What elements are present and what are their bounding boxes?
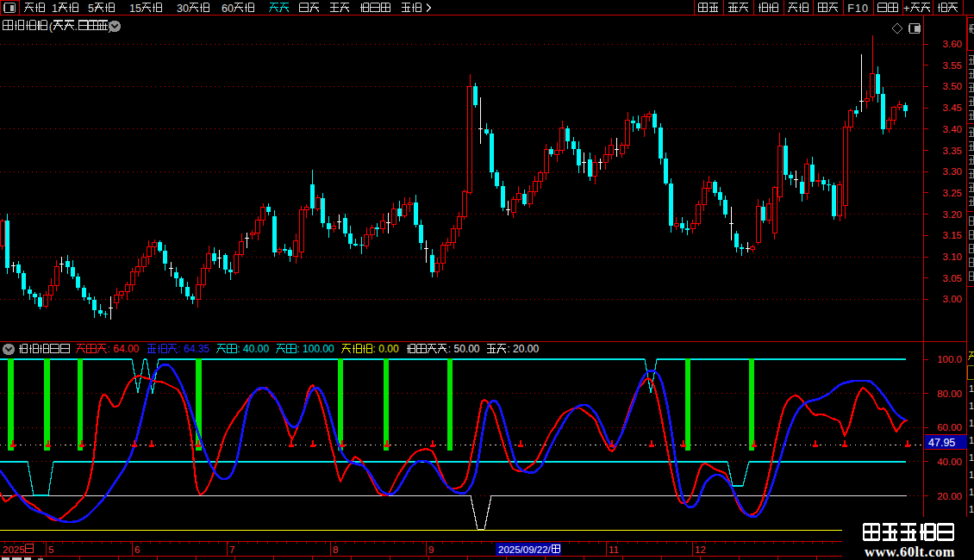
svg-text:3.60: 3.60 xyxy=(943,39,962,49)
svg-text:1: 1 xyxy=(969,418,974,428)
svg-text:3.40: 3.40 xyxy=(943,124,962,134)
svg-text:40.00: 40.00 xyxy=(937,457,962,467)
svg-text:9: 9 xyxy=(428,544,434,555)
svg-text:3.15: 3.15 xyxy=(943,230,962,240)
svg-text:3.05: 3.05 xyxy=(943,273,962,283)
svg-text:3.25: 3.25 xyxy=(943,188,962,198)
svg-text:60.00: 60.00 xyxy=(937,422,962,432)
svg-text:5: 5 xyxy=(48,544,53,555)
svg-text:: 0.00: : 0.00 xyxy=(373,343,399,355)
svg-text:: 50.00: : 50.00 xyxy=(448,343,480,355)
svg-text:6: 6 xyxy=(134,544,140,555)
svg-text:3.50: 3.50 xyxy=(943,81,962,91)
svg-text:12: 12 xyxy=(695,544,706,555)
svg-text:: 64.00: : 64.00 xyxy=(108,343,140,355)
svg-text:.: . xyxy=(75,20,78,33)
svg-text:30: 30 xyxy=(177,3,189,15)
svg-text:3.00: 3.00 xyxy=(943,294,962,304)
svg-text:www.60lt.com: www.60lt.com xyxy=(865,544,955,560)
svg-text:+: + xyxy=(903,2,910,15)
svg-text:3.10: 3.10 xyxy=(943,252,962,262)
svg-text:7: 7 xyxy=(229,544,234,555)
svg-text:3.20: 3.20 xyxy=(943,209,962,220)
svg-text:47.95: 47.95 xyxy=(928,437,955,449)
svg-text:1: 1 xyxy=(969,435,974,445)
svg-text:F10: F10 xyxy=(847,3,869,15)
svg-text:: 100.00: : 100.00 xyxy=(297,343,334,355)
svg-text:1: 1 xyxy=(52,3,58,15)
svg-text:: 20.00: : 20.00 xyxy=(507,343,539,355)
svg-text:(: ( xyxy=(49,20,53,33)
svg-text:1: 1 xyxy=(969,383,974,394)
svg-text:1: 1 xyxy=(969,452,974,463)
svg-text:11: 11 xyxy=(609,544,619,555)
svg-text:3.30: 3.30 xyxy=(943,166,962,177)
svg-text:: 40.00: : 40.00 xyxy=(237,343,269,355)
svg-text:3.35: 3.35 xyxy=(943,146,962,156)
svg-text:: 64.35: : 64.35 xyxy=(178,343,210,355)
svg-text:5: 5 xyxy=(88,3,94,15)
svg-text:2025: 2025 xyxy=(3,544,25,555)
svg-text:60: 60 xyxy=(222,3,234,15)
svg-text:80.00: 80.00 xyxy=(937,389,962,399)
svg-text:1: 1 xyxy=(969,487,974,497)
svg-text:3.45: 3.45 xyxy=(943,103,962,113)
svg-text:100.0: 100.0 xyxy=(937,354,962,364)
svg-text:2025/09/22/: 2025/09/22/ xyxy=(498,544,552,555)
svg-text:20.00: 20.00 xyxy=(937,491,962,501)
svg-text:8: 8 xyxy=(333,544,338,555)
svg-text:1: 1 xyxy=(969,504,974,514)
svg-text:1: 1 xyxy=(969,470,974,480)
svg-text:15: 15 xyxy=(129,3,141,15)
svg-text:3.55: 3.55 xyxy=(943,60,962,71)
svg-text:1: 1 xyxy=(969,401,974,411)
